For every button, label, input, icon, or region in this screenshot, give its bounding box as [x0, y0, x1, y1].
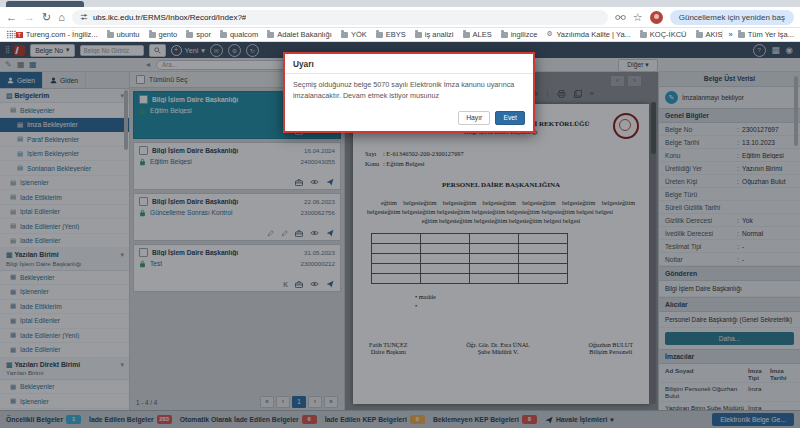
bookmark-star-icon[interactable]: ☆ — [633, 12, 643, 23]
bookmark-favicon — [149, 32, 156, 38]
bookmark-favicon — [376, 32, 383, 38]
bookmark-label: YÖK — [351, 30, 367, 39]
reading-mode-icon[interactable] — [615, 14, 626, 21]
bookmark-label: Tureng.com - İngiliz... — [26, 30, 98, 39]
bookmarks-overflow: » Tüm Yer İşa... — [722, 30, 794, 39]
bookmark-label: KOÇ-İKCÜ — [650, 30, 687, 39]
bookmark-favicon — [463, 32, 470, 38]
bookmark-item[interactable]: ALES — [463, 30, 492, 39]
bookmark-item[interactable]: YÖK — [341, 30, 367, 39]
browser-update-button[interactable]: Güncellemek için yeniden baş — [670, 10, 794, 25]
address-bar[interactable]: ubs.ikc.edu.tr/ERMS/Inbox/Record/Index?# — [72, 10, 608, 25]
home-icon[interactable]: ⌂ — [58, 12, 65, 23]
bookmark-item[interactable]: Tureng.com - İngiliz... — [16, 30, 98, 39]
bookmark-label: ingilizce — [511, 30, 538, 39]
bookmark-favicon — [415, 32, 422, 38]
bookmark-favicon — [220, 32, 227, 38]
bookmark-item[interactable]: ingilizce — [501, 30, 538, 39]
bookmark-label: ALES — [473, 30, 492, 39]
dialog-title: Uyarı — [285, 54, 533, 74]
bookmark-label: Yazılımda Kalite | Ya... — [556, 30, 630, 39]
bookmark-label: Adalet Bakanlığı — [277, 30, 332, 39]
bookmark-item[interactable]: EBYS — [376, 30, 406, 39]
forward-icon[interactable]: → — [24, 12, 35, 23]
bookmark-item[interactable]: Adalet Bakanlığı — [267, 30, 332, 39]
bookmark-item[interactable]: iş analizi — [415, 30, 454, 39]
bookmark-item[interactable]: ubuntu — [107, 30, 140, 39]
all-bookmarks-button[interactable]: Tüm Yer İşa... — [738, 30, 794, 39]
bookmark-item[interactable]: KOÇ-İKCÜ — [640, 30, 687, 39]
bookmark-label: ubuntu — [117, 30, 140, 39]
bookmark-favicon — [640, 32, 647, 38]
apps-grid-icon[interactable]: ⣿⣿ — [6, 30, 16, 39]
bookmarks-overflow-icon[interactable]: » — [729, 30, 733, 39]
back-icon[interactable]: ← — [6, 12, 17, 23]
bookmark-favicon — [341, 32, 348, 38]
yes-button[interactable]: Evet — [495, 111, 525, 125]
dialog-body: Seçmiş olduğunuz belge 5070 sayılı Elekt… — [285, 74, 533, 108]
bookmarks-bar: ⣿⣿ Tureng.com - İngiliz... ubuntu gento … — [0, 28, 800, 42]
browser-toolbar: ← → ↻ ⌂ ubs.ikc.edu.tr/ERMS/Inbox/Record… — [0, 7, 800, 28]
bookmark-item[interactable]: spor — [186, 30, 211, 39]
bookmark-favicon — [501, 32, 508, 38]
bookmark-favicon — [186, 32, 193, 38]
bookmark-item[interactable]: Yazılımda Kalite | Ya... — [546, 30, 630, 39]
bookmark-favicon — [696, 32, 703, 38]
folder-icon — [738, 32, 745, 38]
bookmark-label: qualcom — [230, 30, 258, 39]
bookmark-label: AKIS kart sürücüleri — [706, 30, 722, 39]
bookmark-label: EBYS — [386, 30, 406, 39]
bookmark-label: iş analizi — [425, 30, 454, 39]
bookmark-favicon — [267, 32, 274, 38]
bookmark-label: spor — [196, 30, 211, 39]
reload-icon[interactable]: ↻ — [42, 12, 51, 23]
bookmark-favicon — [107, 32, 114, 38]
bookmark-item[interactable]: qualcom — [220, 30, 258, 39]
browser-profile-avatar[interactable] — [650, 11, 663, 24]
bookmark-item[interactable]: gento — [149, 30, 178, 39]
bookmarks-list: Tureng.com - İngiliz... ubuntu gento spo… — [16, 30, 722, 39]
bookmark-favicon — [546, 32, 553, 38]
warning-dialog: Uyarı Seçmiş olduğunuz belge 5070 sayılı… — [283, 52, 535, 133]
browser-tab-strip — [0, 0, 800, 7]
bookmark-favicon — [16, 32, 23, 38]
no-button[interactable]: Hayır — [458, 111, 490, 125]
bookmark-item[interactable]: AKIS kart sürücüleri — [696, 30, 722, 39]
site-settings-icon[interactable] — [80, 13, 88, 21]
url-text: ubs.ikc.edu.tr/ERMS/Inbox/Record/Index?# — [93, 13, 246, 22]
bookmark-label: gento — [159, 30, 178, 39]
